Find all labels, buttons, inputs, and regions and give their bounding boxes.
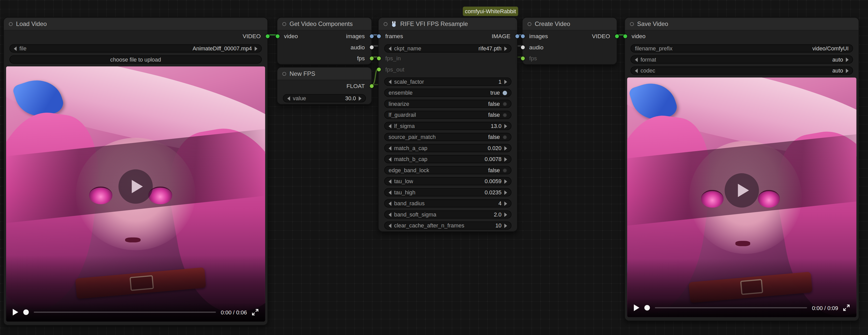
increment-icon[interactable] xyxy=(504,124,507,128)
increment-icon[interactable] xyxy=(504,201,507,206)
collapse-icon[interactable] xyxy=(282,72,286,75)
decrement-icon[interactable] xyxy=(389,223,392,227)
filename-prefix-widget[interactable]: filename_prefix video/ComfyUI xyxy=(630,44,853,53)
widget-label: band_radius xyxy=(394,201,425,207)
tau-high-widget[interactable]: tau_high 0.0235 xyxy=(384,188,512,196)
upload-button-label: choose file to upload xyxy=(110,57,161,63)
node-save-video[interactable]: Save Video video filename_prefix video/C… xyxy=(624,17,859,321)
output-slot-audio[interactable] xyxy=(369,45,373,49)
node-save-header[interactable]: Save Video xyxy=(625,18,859,31)
file-combo-widget[interactable]: file AnimateDiff_00007.mp4 xyxy=(9,44,262,53)
fullscreen-icon[interactable] xyxy=(252,309,258,315)
increment-icon[interactable] xyxy=(504,46,507,51)
band-radius-widget[interactable]: band_radius 4 xyxy=(384,199,512,208)
increment-icon[interactable] xyxy=(504,190,507,194)
progress-track[interactable] xyxy=(655,307,807,308)
node-create-video[interactable]: Create Video images VIDEO audio fps xyxy=(522,17,617,65)
output-slot-video[interactable] xyxy=(615,34,618,38)
decrement-icon[interactable] xyxy=(389,46,392,51)
decrement-icon[interactable] xyxy=(389,190,392,194)
increment-icon[interactable] xyxy=(504,157,507,161)
output-slot-fps[interactable] xyxy=(369,56,373,60)
ckpt-name-combo-widget[interactable]: ckpt_name rife47.pth xyxy=(384,44,512,53)
play-overlay-button[interactable] xyxy=(119,169,153,204)
lf-guardrail-toggle-widget[interactable]: lf_guardrail false xyxy=(384,111,512,119)
scale-factor-widget[interactable]: scale_factor 1 xyxy=(384,78,512,86)
group-title-badge[interactable]: comfyui-WhiteRabbit xyxy=(463,7,518,16)
lf-sigma-widget[interactable]: lf_sigma 13.0 xyxy=(384,122,512,130)
decrement-icon[interactable] xyxy=(389,212,392,217)
node-new-fps[interactable]: New FPS FLOAT value 30.0 xyxy=(277,67,372,104)
decrement-icon[interactable] xyxy=(389,124,392,128)
value-number-widget[interactable]: value 30.0 xyxy=(283,94,366,102)
match-a-cap-widget[interactable]: match_a_cap 0.020 xyxy=(384,144,512,152)
clear-cache-widget[interactable]: clear_cache_after_n_frames 10 xyxy=(384,221,512,230)
decrement-icon[interactable] xyxy=(389,146,392,150)
node-newfps-header[interactable]: New FPS xyxy=(277,67,371,80)
format-combo-widget[interactable]: format auto xyxy=(630,56,853,64)
tau-low-widget[interactable]: tau_low 0.0059 xyxy=(384,177,512,185)
decrement-icon[interactable] xyxy=(635,68,638,73)
widget-value: true xyxy=(490,90,500,96)
scrubber-handle[interactable] xyxy=(644,305,650,311)
collapse-icon[interactable] xyxy=(528,22,531,26)
video-controls[interactable]: 0:00 / 0:09 xyxy=(627,298,856,317)
node-load-video[interactable]: Load Video VIDEO file AnimateDiff_00007.… xyxy=(3,17,268,325)
collapse-icon[interactable] xyxy=(282,22,286,26)
video-controls[interactable]: 0:00 / 0:06 xyxy=(6,303,265,322)
upload-button[interactable]: choose file to upload xyxy=(9,56,262,64)
node-create-header[interactable]: Create Video xyxy=(523,18,617,31)
output-slot-float[interactable] xyxy=(369,84,373,88)
ensemble-toggle-widget[interactable]: ensemble true xyxy=(384,89,512,97)
video-preview[interactable]: 0:00 / 0:06 xyxy=(6,66,265,322)
toggle-icon[interactable] xyxy=(503,135,507,139)
scrubber-handle[interactable] xyxy=(23,309,29,315)
codec-combo-widget[interactable]: codec auto xyxy=(630,66,853,75)
decrement-icon[interactable] xyxy=(389,179,392,183)
collapse-icon[interactable] xyxy=(9,22,13,26)
increment-icon[interactable] xyxy=(846,68,849,73)
output-slot-video[interactable] xyxy=(265,34,269,38)
collapse-icon[interactable] xyxy=(630,22,634,26)
increment-icon[interactable] xyxy=(255,46,257,51)
toggle-icon[interactable] xyxy=(503,113,507,117)
video-preview[interactable]: 0:00 / 0:09 xyxy=(627,78,856,317)
node-rife-vfi-fps-resample[interactable]: RIFE VFI FPS Resample frames IMAGE ckpt_… xyxy=(378,17,518,232)
decrement-icon[interactable] xyxy=(14,46,17,51)
output-slot-image[interactable] xyxy=(515,34,519,38)
decrement-icon[interactable] xyxy=(635,57,638,62)
node-gvc-header[interactable]: Get Video Components xyxy=(277,18,371,31)
node-rife-header[interactable]: RIFE VFI FPS Resample xyxy=(378,18,517,31)
node-load-video-header[interactable]: Load Video xyxy=(4,18,267,31)
output-slot-images[interactable] xyxy=(369,34,373,38)
play-icon[interactable] xyxy=(634,304,640,311)
node-get-video-components[interactable]: Get Video Components video images audio … xyxy=(277,17,372,65)
increment-icon[interactable] xyxy=(359,96,362,100)
node-graph[interactable]: comfyui-WhiteRabbit Load Video VIDEO fil… xyxy=(0,0,868,335)
source-pair-match-toggle-widget[interactable]: source_pair_match false xyxy=(384,133,512,141)
match-b-cap-widget[interactable]: match_b_cap 0.0078 xyxy=(384,155,512,163)
band-soft-sigma-widget[interactable]: band_soft_sigma 2.0 xyxy=(384,210,512,219)
increment-icon[interactable] xyxy=(504,146,507,150)
decrement-icon[interactable] xyxy=(287,96,290,100)
collapse-icon[interactable] xyxy=(384,22,388,26)
increment-icon[interactable] xyxy=(504,223,507,227)
toggle-icon[interactable] xyxy=(503,91,507,95)
toggle-icon[interactable] xyxy=(503,168,507,172)
increment-icon[interactable] xyxy=(504,179,507,183)
play-icon[interactable] xyxy=(13,309,18,315)
increment-icon[interactable] xyxy=(504,79,507,84)
comfyui-canvas[interactable]: comfyui-WhiteRabbit Load Video VIDEO fil… xyxy=(0,0,868,335)
play-overlay-button[interactable] xyxy=(724,173,759,207)
linearize-toggle-widget[interactable]: linearize false xyxy=(384,100,512,108)
toggle-icon[interactable] xyxy=(503,101,507,106)
decrement-icon[interactable] xyxy=(389,201,392,206)
increment-icon[interactable] xyxy=(504,212,507,217)
fullscreen-icon[interactable] xyxy=(843,304,850,311)
increment-icon[interactable] xyxy=(846,57,849,62)
decrement-icon[interactable] xyxy=(389,157,392,161)
edge-band-lock-toggle-widget[interactable]: edge_band_lock false xyxy=(384,166,512,175)
widget-label: band_soft_sigma xyxy=(394,211,436,217)
decrement-icon[interactable] xyxy=(389,79,392,84)
progress-track[interactable] xyxy=(34,312,216,313)
